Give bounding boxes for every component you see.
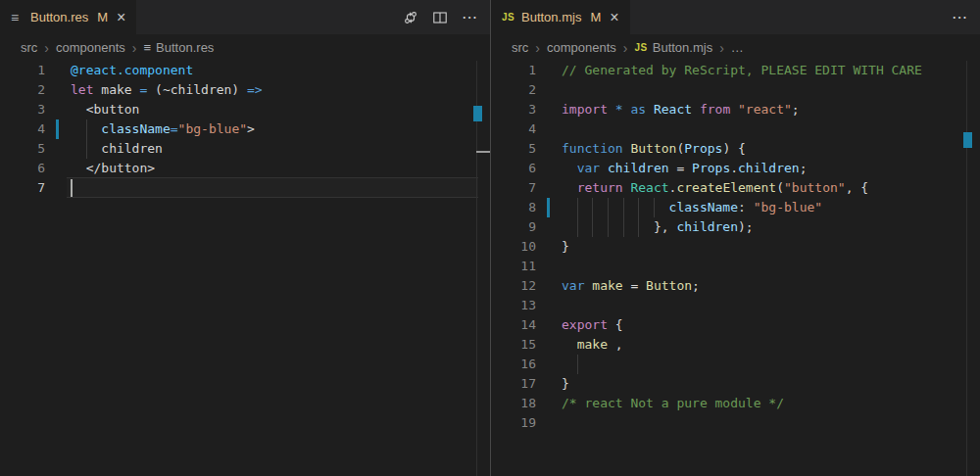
code-editor-left[interactable]: 1@react.component2let make = (~children)…: [0, 61, 490, 198]
breadcrumb-item[interactable]: …: [731, 40, 744, 55]
indent-guide: [623, 217, 624, 237]
line-number: 14: [491, 315, 536, 335]
code-token: "button": [784, 180, 846, 195]
code-line[interactable]: 11: [491, 257, 980, 276]
indent-guide: [577, 198, 578, 217]
code-line[interactable]: 8 className: "bg-blue": [491, 198, 980, 217]
tab-bar-right: JS Button.mjs M × ⋯: [491, 0, 980, 34]
close-icon[interactable]: ×: [117, 10, 125, 25]
code-token: Button: [646, 278, 692, 293]
code-token: className: [669, 200, 738, 214]
breadcrumb-label: Button.res: [156, 40, 214, 55]
indent-guide: [577, 355, 578, 374]
code-token: make: [93, 82, 139, 97]
breadcrumb-item[interactable]: components: [56, 40, 125, 55]
code-token: let: [71, 82, 93, 97]
code-line[interactable]: 6 var children = Props.children;: [491, 159, 980, 178]
code-line[interactable]: 10}: [491, 237, 980, 257]
code-line[interactable]: 4 className="bg-blue">: [0, 119, 490, 139]
code-text: function Button(Props) {: [562, 139, 980, 159]
code-token: children: [608, 161, 669, 175]
overview-ruler-right[interactable]: [966, 61, 967, 476]
code-line[interactable]: 13: [491, 296, 980, 315]
code-line[interactable]: 3import * as React from "react";: [491, 100, 980, 119]
code-text: [71, 178, 490, 198]
line-number: 15: [491, 335, 536, 355]
code-editor-right[interactable]: 1// Generated by ReScript, PLEASE EDIT W…: [491, 61, 980, 433]
gutter: [536, 276, 562, 296]
open-changes-icon[interactable]: [400, 7, 421, 28]
code-token: // Generated by ReScript, PLEASE EDIT WI…: [562, 63, 922, 77]
code-line[interactable]: 2: [491, 80, 980, 100]
code-line[interactable]: 12var make = Button;: [491, 276, 980, 296]
line-number: 7: [0, 178, 45, 198]
gutter: [536, 394, 562, 413]
code-token: [692, 102, 700, 117]
code-line[interactable]: 7: [0, 178, 490, 198]
code-line[interactable]: 19: [491, 413, 980, 433]
gutter: [536, 296, 562, 315]
code-token: function: [562, 141, 623, 156]
breadcrumb-item[interactable]: ≡Button.res: [144, 40, 215, 55]
code-line[interactable]: 6 </button>: [0, 159, 490, 178]
code-text: let make = (~children) =>: [71, 80, 490, 100]
overview-ruler-left[interactable]: [476, 61, 477, 476]
code-text: [562, 413, 980, 433]
breadcrumb-item[interactable]: components: [547, 40, 616, 55]
gutter: [536, 159, 562, 178]
code-token: [600, 161, 608, 175]
code-token: Button: [630, 141, 676, 156]
code-line[interactable]: 5function Button(Props) {: [491, 139, 980, 159]
indent-guide: [592, 198, 593, 217]
code-line[interactable]: 5 children: [0, 139, 490, 159]
breadcrumb-item[interactable]: JSButton.mjs: [635, 40, 713, 55]
tab-button-res[interactable]: ≡ Button.res M ×: [0, 0, 136, 34]
code-token: =: [669, 161, 692, 175]
more-actions-icon[interactable]: ⋯: [459, 7, 480, 28]
tab-button-mjs[interactable]: JS Button.mjs M ×: [491, 0, 630, 34]
code-token: make: [592, 278, 622, 293]
code-token: [730, 102, 738, 117]
chevron-icon: ›: [623, 40, 628, 56]
code-token: },: [562, 219, 676, 234]
line-number: 9: [491, 217, 536, 237]
code-line[interactable]: 15 make ,: [491, 335, 980, 355]
code-text: }: [562, 237, 980, 257]
code-text: return React.createElement("button", {: [562, 178, 980, 198]
code-token: "bg-blue": [178, 121, 247, 136]
code-line[interactable]: 18/* react Not a pure module */: [491, 394, 980, 413]
code-text: children: [71, 139, 490, 159]
more-actions-icon[interactable]: ⋯: [949, 7, 970, 28]
code-line[interactable]: 7 return React.createElement("button", {: [491, 178, 980, 198]
breadcrumb-label: components: [547, 40, 616, 55]
code-text: className: "bg-blue": [562, 198, 980, 217]
code-line[interactable]: 4: [491, 119, 980, 139]
code-token: /* react Not a pure module */: [562, 396, 784, 410]
code-token: export: [562, 317, 608, 332]
indent-guide: [86, 139, 87, 159]
code-text: </button>: [71, 159, 490, 178]
code-line[interactable]: 2let make = (~children) =>: [0, 80, 490, 100]
line-number: 17: [491, 374, 536, 394]
breadcrumb-label: …: [731, 40, 744, 55]
line-number: 10: [491, 237, 536, 257]
code-line[interactable]: 16: [491, 355, 980, 374]
line-number: 19: [491, 413, 536, 433]
split-editor-icon[interactable]: [429, 7, 451, 28]
gutter: [536, 217, 562, 237]
overview-cursor-marker: [476, 151, 490, 153]
code-token: var: [577, 161, 600, 175]
code-text: // Generated by ReScript, PLEASE EDIT WI…: [562, 61, 980, 80]
breadcrumb-item[interactable]: src: [512, 40, 528, 55]
code-line[interactable]: 9 }, children);: [491, 217, 980, 237]
code-line[interactable]: 1// Generated by ReScript, PLEASE EDIT W…: [491, 61, 980, 80]
code-line[interactable]: 14export {: [491, 315, 980, 335]
close-icon[interactable]: ×: [610, 10, 618, 25]
gutter: [536, 413, 562, 433]
code-line[interactable]: 3 <button: [0, 100, 490, 119]
code-line[interactable]: 17}: [491, 374, 980, 394]
breadcrumb-item[interactable]: src: [21, 40, 37, 55]
code-token: children: [676, 219, 738, 234]
code-line[interactable]: 1@react.component: [0, 61, 490, 80]
code-token: =: [623, 278, 646, 293]
